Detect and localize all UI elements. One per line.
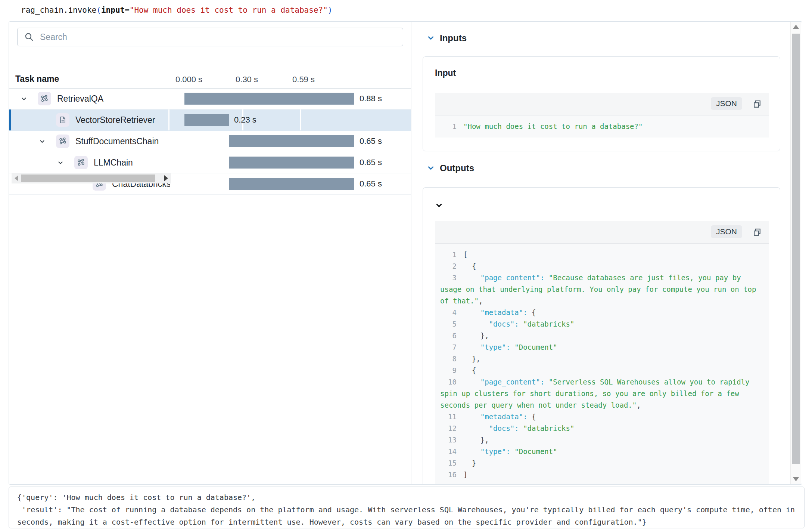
document-node-icon <box>56 113 69 127</box>
copy-icon <box>752 98 762 111</box>
horizontal-scrollbar-thumb[interactable] <box>21 175 155 182</box>
code-paren-close: ) <box>328 6 333 15</box>
line-number: 2 <box>440 260 457 272</box>
tree-row-StuffDocumentsChain[interactable]: StuffDocumentsChain0.65 s <box>9 131 411 152</box>
row-expand-chevron[interactable] <box>21 96 27 102</box>
output-card: JSON 1[2 {3 "page_content": "Because dat… <box>423 187 780 485</box>
input-code-toolbar: JSON <box>435 93 769 115</box>
horizontal-scrollbar[interactable] <box>12 173 171 183</box>
line-number: 9 <box>440 365 457 376</box>
duration-label: 0.23 s <box>234 109 256 130</box>
trace-viewer: Task name 0.000 s0.30 s0.59 s RetrievalQ… <box>9 21 802 485</box>
line-number: 15 <box>440 457 457 469</box>
chevron-down-icon[interactable] <box>21 96 27 102</box>
input-value: "How much does it cost to run a database… <box>463 122 643 130</box>
json-code-line: 14 "type": "Document" <box>440 446 766 457</box>
inputs-section-header[interactable]: Inputs <box>427 33 467 43</box>
scroll-down-arrow[interactable] <box>793 477 799 481</box>
json-code-line: 8 }, <box>440 353 766 365</box>
chain-node-icon <box>56 135 69 148</box>
search-box[interactable] <box>17 28 403 46</box>
outputs-section-title: Outputs <box>440 163 474 173</box>
json-format-badge[interactable]: JSON <box>711 225 742 238</box>
duration-label: 0.65 s <box>360 173 382 194</box>
tree-row-LLMChain[interactable]: LLMChain0.65 s <box>9 152 411 173</box>
row-name-area: LLMChain <box>9 152 170 173</box>
row-expand-chevron[interactable] <box>39 139 45 145</box>
duration-label: 0.88 s <box>360 88 382 109</box>
input-code-body: 1"How much does it cost to run a databas… <box>435 115 769 138</box>
line-number: 13 <box>440 434 457 446</box>
chevron-down-icon[interactable] <box>427 164 435 172</box>
json-code-line: 6 }, <box>440 330 766 342</box>
chain-icon <box>59 137 67 145</box>
json-code-line: 5 "docs": "databricks" <box>440 318 766 330</box>
result-output-box: {'query': 'How much does it cost to run … <box>9 487 805 528</box>
chain-icon <box>77 158 85 167</box>
line-number: 8 <box>440 353 457 365</box>
chevron-down-icon[interactable] <box>435 202 443 209</box>
line-number: 10 <box>440 376 457 388</box>
scroll-up-arrow[interactable] <box>793 25 799 29</box>
line-number: 12 <box>440 423 457 434</box>
line-number: 5 <box>440 318 457 330</box>
code-equals: = <box>125 6 130 15</box>
chevron-down-icon[interactable] <box>57 160 63 166</box>
row-label: StuffDocumentsChain <box>75 131 159 152</box>
json-code-line: 10 "page_content": "Serverless SQL Wareh… <box>440 376 766 411</box>
scroll-right-arrow[interactable] <box>164 175 168 181</box>
line-number: 16 <box>440 469 457 481</box>
line-number: 1 <box>440 121 457 132</box>
line-number: 4 <box>440 307 457 318</box>
json-code-line: 16] <box>440 469 766 481</box>
input-code-block: JSON 1"How much does it cost to run a da… <box>435 93 769 138</box>
chain-node-icon <box>38 92 51 105</box>
duration-bar <box>184 114 229 126</box>
json-code-line: 13 }, <box>440 434 766 446</box>
tree-row-VectorStoreRetriever[interactable]: VectorStoreRetriever0.23 s <box>9 109 411 131</box>
copy-button[interactable] <box>750 225 764 240</box>
line-number: 14 <box>440 446 457 457</box>
line-number: 7 <box>440 342 457 353</box>
duration-label: 0.65 s <box>360 152 382 173</box>
row-label: RetrievalQA <box>57 88 103 109</box>
row-name-area: VectorStoreRetriever <box>9 109 170 130</box>
json-code-line: 4 "metadata": { <box>440 307 766 318</box>
json-code-line: 11 "metadata": { <box>440 411 766 423</box>
output-code-toolbar: JSON <box>435 221 769 244</box>
scroll-left-arrow[interactable] <box>15 175 18 181</box>
line-number: 6 <box>440 330 457 342</box>
invocation-code-line: rag_chain.invoke(input="How much does it… <box>21 4 333 16</box>
document-icon <box>59 116 67 124</box>
json-code-line: 9 { <box>440 365 766 376</box>
json-format-badge[interactable]: JSON <box>711 97 742 110</box>
code-paren-open: ( <box>96 6 101 15</box>
input-field-label: Input <box>435 68 456 78</box>
duration-bar <box>184 93 354 105</box>
json-code-line: 7 "type": "Document" <box>440 342 766 353</box>
row-expand-chevron[interactable] <box>57 160 63 166</box>
tree-row-RetrievalQA[interactable]: RetrievalQA0.88 s <box>9 88 411 109</box>
outputs-section-header[interactable]: Outputs <box>427 163 474 173</box>
chevron-down-icon[interactable] <box>39 139 45 145</box>
code-arg-name: input <box>101 6 125 15</box>
time-tick-label: 0.30 s <box>236 75 258 84</box>
vertical-scrollbar[interactable] <box>790 22 801 484</box>
copy-button[interactable] <box>750 97 764 111</box>
line-number: 11 <box>440 411 457 423</box>
span-tree-panel: Task name 0.000 s0.30 s0.59 s RetrievalQ… <box>9 22 411 484</box>
row-name-area: RetrievalQA <box>9 88 170 109</box>
vertical-scrollbar-thumb[interactable] <box>792 34 800 464</box>
json-code-line: 1[ <box>440 249 766 260</box>
duration-label: 0.65 s <box>360 131 382 152</box>
search-icon <box>24 32 34 42</box>
duration-bar <box>229 135 354 147</box>
search-input[interactable] <box>39 32 403 43</box>
json-code-line: 2 { <box>440 260 766 272</box>
tree-header: Task name 0.000 s0.30 s0.59 s <box>9 71 411 89</box>
inputs-section-title: Inputs <box>440 33 467 43</box>
timeline-gridline <box>300 109 301 130</box>
chevron-down-icon[interactable] <box>427 34 435 42</box>
json-code-line: 3 "page_content": "Because databases are… <box>440 272 766 307</box>
copy-icon <box>752 226 762 239</box>
